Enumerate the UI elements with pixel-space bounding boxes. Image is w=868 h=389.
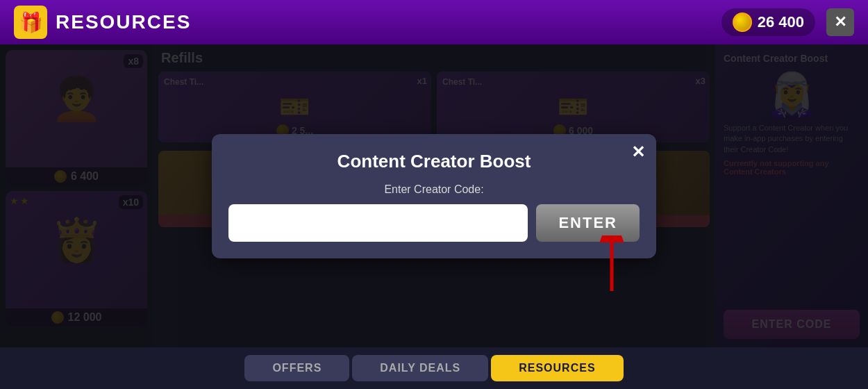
- modal-label: Enter Creator Code:: [228, 183, 640, 196]
- modal-enter-button[interactable]: ENTER: [536, 204, 640, 242]
- page-title: RESOURCES: [56, 11, 191, 33]
- creator-code-input[interactable]: [228, 204, 528, 242]
- coin-icon: [733, 13, 752, 32]
- bottom-tabs: OFFERS DAILY DEALS RESOURCES: [0, 347, 868, 389]
- main-content: 🧑‍🦱 x8 6 400 👸 ★ ★ x10 12 000 Refills: [0, 44, 868, 347]
- header: 🎁 RESOURCES 26 400 ✕: [0, 0, 868, 44]
- coin-amount: 26 400: [758, 13, 804, 31]
- modal-overlay: Content Creator Boost ✕ Enter Creator Co…: [0, 44, 868, 347]
- resources-icon: 🎁: [14, 6, 47, 39]
- modal-dialog: Content Creator Boost ✕ Enter Creator Co…: [212, 134, 656, 258]
- modal-title: Content Creator Boost: [228, 151, 640, 172]
- tab-resources[interactable]: RESOURCES: [491, 355, 623, 381]
- modal-input-row: ENTER: [228, 204, 640, 242]
- header-right: 26 400 ✕: [721, 8, 854, 36]
- arrow-indicator: [570, 235, 626, 294]
- header-left: 🎁 RESOURCES: [14, 6, 191, 39]
- modal-close-button[interactable]: ✕: [631, 142, 645, 162]
- tab-offers[interactable]: OFFERS: [244, 355, 349, 381]
- coin-display: 26 400: [721, 8, 815, 36]
- close-button[interactable]: ✕: [826, 8, 854, 36]
- tab-daily-deals[interactable]: DAILY DEALS: [352, 355, 488, 381]
- arrow-svg: [570, 235, 626, 291]
